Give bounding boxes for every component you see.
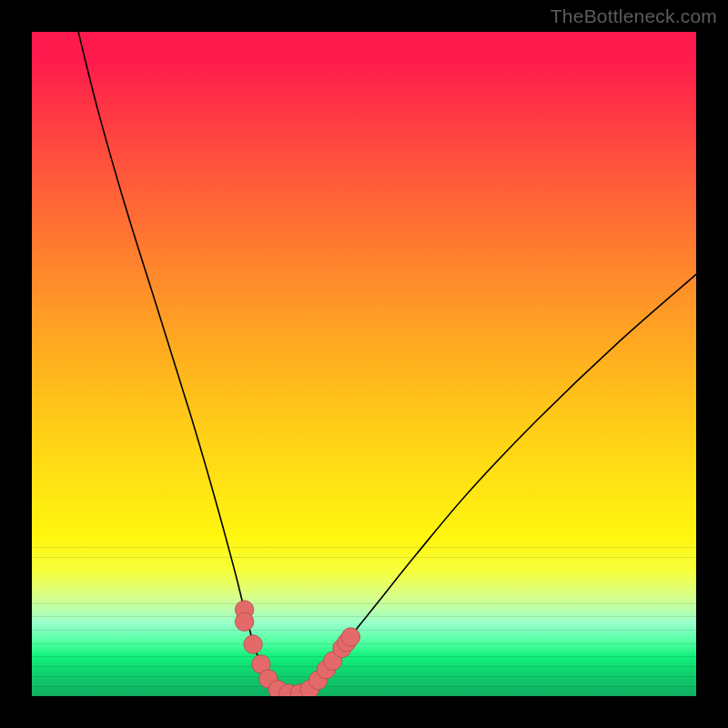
watermark-text: TheBottleneck.com [551, 5, 717, 27]
band [32, 656, 696, 657]
chart-frame: TheBottleneck.com [0, 0, 728, 728]
band [32, 666, 696, 667]
band [32, 603, 696, 604]
chart-stage [32, 32, 696, 696]
band [32, 643, 696, 644]
band [32, 557, 696, 558]
band [32, 686, 696, 687]
band [32, 616, 696, 617]
background-gradient [32, 32, 696, 696]
band [32, 630, 696, 631]
band [32, 547, 696, 548]
band [32, 676, 696, 677]
